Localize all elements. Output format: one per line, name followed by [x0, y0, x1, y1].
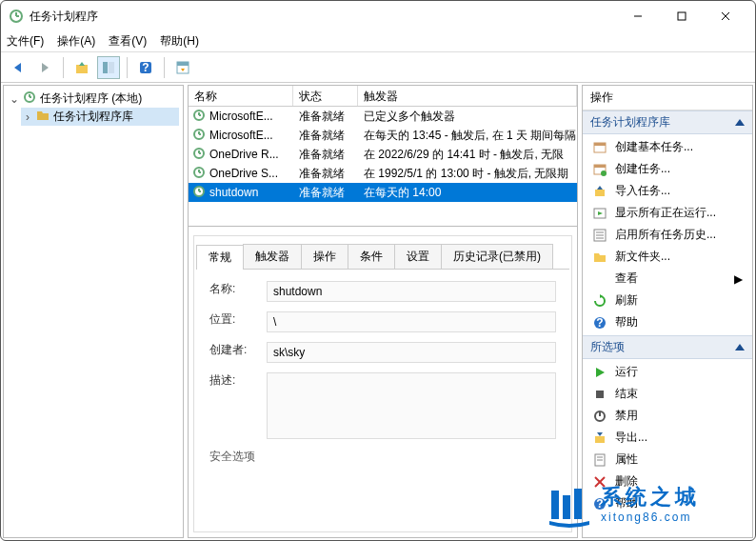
tree-pane[interactable]: ⌄ 任务计划程序 (本地) › 任务计划程序库	[3, 85, 184, 538]
action-refresh[interactable]: 刷新	[587, 290, 748, 311]
svg-rect-40	[594, 165, 606, 168]
actions-section-library[interactable]: 任务计划程序库	[583, 110, 752, 134]
help-button[interactable]: ?	[134, 56, 157, 79]
task-name: MicrosoftE...	[209, 110, 273, 123]
value-location: \	[267, 311, 556, 332]
task-icon	[192, 147, 206, 163]
tab-operations[interactable]: 操作	[301, 244, 348, 269]
show-running-icon	[592, 206, 607, 221]
action-create-task[interactable]: 创建任务...	[587, 158, 748, 180]
up-button[interactable]	[70, 56, 93, 79]
svg-marker-17	[181, 69, 185, 71]
action-label: 运行	[615, 364, 743, 380]
toolbar-separator	[164, 57, 165, 78]
menu-action[interactable]: 操作(A)	[57, 33, 95, 50]
svg-point-41	[601, 170, 607, 176]
help-icon: ?	[592, 315, 607, 331]
task-row[interactable]: OneDrive R...准备就绪在 2022/6/29 的 14:41 时 -…	[189, 145, 577, 164]
task-row[interactable]: OneDrive S...准备就绪在 1992/5/1 的 13:00 时 - …	[189, 164, 577, 183]
menu-file[interactable]: 文件(F)	[7, 33, 44, 50]
task-row[interactable]: MicrosoftE...准备就绪在每天的 13:45 - 触发后, 在 1 天…	[189, 126, 577, 145]
action-import[interactable]: 导入任务...	[587, 180, 748, 202]
forward-button[interactable]	[33, 56, 56, 79]
svg-rect-12	[109, 62, 114, 73]
svg-rect-58	[595, 436, 605, 443]
value-desc[interactable]	[267, 372, 556, 439]
col-status[interactable]: 状态	[293, 86, 358, 106]
svg-rect-4	[678, 12, 686, 20]
value-name[interactable]: shutdown	[267, 281, 556, 302]
task-trigger: 在每天的 13:45 - 触发后, 在 1 天 期间每隔	[358, 128, 577, 144]
col-name[interactable]: 名称	[189, 86, 293, 106]
window-title: 任务计划程序	[30, 9, 616, 25]
task-icon	[192, 166, 206, 182]
task-trigger: 在 1992/5/1 的 13:00 时 - 触发后, 无限期	[358, 166, 577, 182]
action-properties[interactable]: 属性	[587, 449, 748, 471]
detail-pane: 常规 触发器 操作 条件 设置 历史记录(已禁用) 名称:shutdown 位置…	[194, 236, 571, 531]
action-show-running[interactable]: 显示所有正在运行...	[587, 202, 748, 224]
action-export[interactable]: 导出...	[587, 427, 748, 449]
svg-marker-50	[594, 253, 606, 262]
action-label: 帮助	[615, 495, 743, 511]
maximize-button[interactable]	[660, 3, 704, 30]
task-grid[interactable]: 名称 状态 触发器 MicrosoftE...准备就绪已定义多个触发器Micro…	[189, 86, 577, 227]
label-desc: 描述:	[209, 372, 267, 389]
svg-marker-43	[597, 186, 603, 190]
svg-marker-7	[14, 63, 21, 72]
run-icon	[592, 365, 607, 380]
close-button[interactable]	[704, 3, 747, 30]
tab-general[interactable]: 常规	[196, 245, 244, 270]
action-view[interactable]: 查看▶	[587, 268, 748, 290]
tab-history[interactable]: 历史记录(已禁用)	[441, 244, 553, 269]
action-disable[interactable]: 禁用	[587, 405, 748, 427]
collapse-icon	[735, 119, 745, 126]
task-status: 准备就绪	[293, 147, 358, 163]
action-help2[interactable]: ?帮助	[587, 492, 748, 514]
action-label: 刷新	[615, 292, 743, 309]
label-location: 位置:	[209, 311, 267, 328]
import-icon	[592, 184, 607, 199]
create-task-icon	[592, 162, 607, 177]
tab-settings[interactable]: 设置	[394, 244, 442, 269]
tab-conditions[interactable]: 条件	[348, 244, 395, 269]
disable-icon	[592, 409, 607, 424]
security-options-heading: 安全选项	[209, 449, 556, 465]
details-pane-button[interactable]	[171, 56, 194, 79]
svg-marker-54	[596, 368, 605, 377]
action-run[interactable]: 运行	[587, 361, 748, 383]
grid-header: 名称 状态 触发器	[189, 86, 577, 107]
center-pane: 名称 状态 触发器 MicrosoftE...准备就绪已定义多个触发器Micro…	[188, 85, 578, 538]
back-button[interactable]	[7, 56, 30, 79]
svg-marker-21	[37, 111, 49, 120]
new-folder-icon	[592, 250, 607, 265]
actions-section-selected[interactable]: 所选项	[583, 335, 752, 359]
task-row[interactable]: shutdown准备就绪在每天的 14:00	[189, 183, 577, 202]
action-end[interactable]: 结束	[587, 383, 748, 405]
action-label: 创建基本任务...	[615, 139, 743, 155]
svg-rect-16	[177, 62, 189, 66]
toolbar-separator	[127, 57, 128, 78]
menu-view[interactable]: 查看(V)	[109, 33, 147, 50]
task-row[interactable]: MicrosoftE...准备就绪已定义多个触发器	[189, 107, 577, 126]
svg-rect-38	[594, 143, 606, 146]
action-create-basic[interactable]: 创建基本任务...	[587, 136, 748, 158]
minimize-button[interactable]	[616, 3, 660, 30]
action-delete[interactable]: 删除	[587, 471, 748, 492]
action-new-folder[interactable]: 新文件夹...	[587, 246, 748, 268]
tree-root[interactable]: ⌄ 任务计划程序 (本地)	[8, 90, 179, 108]
pane-toggle-button[interactable]	[97, 56, 120, 79]
action-enable-history[interactable]: 启用所有任务历史...	[587, 224, 748, 246]
col-trigger[interactable]: 触发器	[358, 86, 577, 106]
tab-triggers[interactable]: 触发器	[243, 244, 302, 269]
action-label: 新文件夹...	[615, 249, 743, 265]
task-icon	[192, 185, 206, 201]
tab-body-general: 名称:shutdown 位置:\ 创建者:sk\sky 描述: 安全选项	[196, 270, 569, 530]
expand-icon[interactable]: ›	[23, 110, 32, 124]
menu-help[interactable]: 帮助(H)	[160, 33, 199, 50]
svg-marker-10	[79, 62, 85, 66]
collapse-icon[interactable]: ⌄	[10, 92, 19, 106]
actions-pane: 操作 任务计划程序库 创建基本任务...创建任务...导入任务...显示所有正在…	[582, 85, 753, 538]
tree-library[interactable]: › 任务计划程序库	[21, 108, 179, 126]
detail-tabs: 常规 触发器 操作 条件 设置 历史记录(已禁用)	[196, 244, 569, 270]
action-help[interactable]: ?帮助	[587, 311, 748, 333]
